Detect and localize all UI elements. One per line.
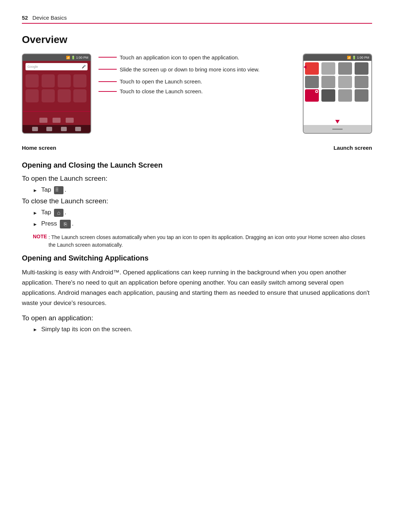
launch-screen-mockup: 📶 🔋 1:00 PM [303, 54, 372, 134]
callout-2: Slide the screen up or down to bring mor… [120, 66, 260, 73]
open-app-bullet-1: ► Simply tap its icon on the screen. [33, 326, 372, 333]
overview-diagram: 📶 🔋 1:00 PM Google 🎤 [22, 54, 372, 134]
open-launch-bullet-1: ► Tap . [33, 186, 372, 194]
open-app-subheading: To open an application: [22, 314, 372, 322]
simply-tap-text: Simply tap its icon on the screen. [41, 326, 132, 333]
launch-screen-label: Launch screen [333, 145, 372, 151]
press-back-text: Press ⎘. [41, 220, 74, 228]
note-text: : The Launch screen closes automatically… [49, 234, 372, 249]
close-launch-bullet-1: ► Tap ⌂. [33, 209, 372, 217]
callout-1: Touch an application icon to open the ap… [120, 54, 239, 61]
bullet-arrow-icon: ► [33, 188, 38, 193]
close-launch-bullet-2: ► Press ⎘. [33, 220, 372, 228]
section2-heading: Opening and Switching Applications [22, 254, 372, 262]
tap-home-text: Tap ⌂. [41, 209, 66, 217]
bullet-arrow-icon: ► [33, 222, 38, 227]
page-header: 52 Device Basics [22, 15, 372, 24]
callout-area: Touch an application icon to open the ap… [91, 54, 303, 95]
bullet-arrow-icon: ► [33, 210, 38, 216]
apps-icon [54, 186, 63, 194]
section2-body: Multi-tasking is easy with Android™. Ope… [22, 267, 372, 308]
home-screen-label: Home screen [22, 145, 56, 151]
note-label: NOTE [33, 234, 47, 249]
launch-status-bar: 📶 🔋 1:00 PM [304, 54, 371, 61]
home-icon: ⌂ [54, 209, 63, 217]
page-number: 52 [22, 15, 28, 21]
tap-apps-text: Tap . [41, 186, 66, 194]
screen-labels: Home screen Launch screen [22, 145, 372, 151]
section1-heading: Opening and Closing the Launch Screen [22, 161, 372, 169]
callout-3: Touch to open the Launch screen. [120, 78, 202, 85]
home-status-bar: 📶 🔋 1:00 PM [23, 54, 90, 61]
page-chapter: Device Basics [32, 15, 67, 21]
bullet-arrow-icon: ► [33, 327, 38, 332]
callout-4: Touch to close the Launch screen. [120, 87, 203, 95]
back-icon: ⎘ [60, 220, 71, 228]
home-screen-mockup: 📶 🔋 1:00 PM Google 🎤 [22, 54, 91, 134]
note-block: NOTE : The Launch screen closes automati… [22, 234, 372, 249]
overview-title: Overview [22, 34, 372, 46]
close-launch-subheading: To close the Launch screen: [22, 197, 372, 205]
open-launch-subheading: To open the Launch screen: [22, 175, 372, 183]
home-search-bar: Google 🎤 [26, 63, 88, 70]
